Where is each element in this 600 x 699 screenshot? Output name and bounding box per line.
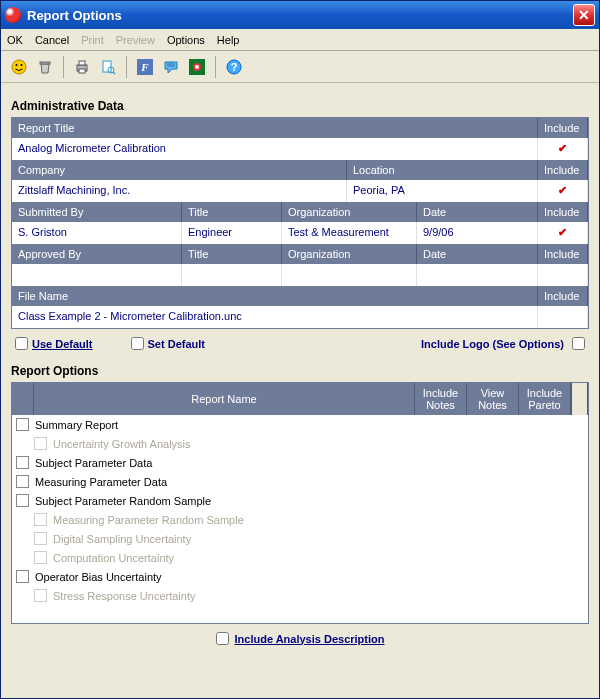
hdr-approved-by: Approved By xyxy=(12,244,182,264)
report-row-label: Uncertainty Growth Analysis xyxy=(53,438,191,450)
set-default-checkbox[interactable]: Set Default xyxy=(131,337,205,350)
hdr-title: Title xyxy=(182,244,282,264)
report-row[interactable]: Subject Parameter Data xyxy=(12,453,588,472)
smiley-icon xyxy=(11,59,27,75)
report-row[interactable]: Stress Response Uncertainty xyxy=(12,586,588,605)
trash-button[interactable] xyxy=(33,55,57,79)
val-sub-title[interactable]: Engineer xyxy=(182,222,282,244)
hdr-include: Include xyxy=(538,118,588,138)
note-icon xyxy=(163,59,179,75)
hdr-organization: Organization xyxy=(282,202,417,222)
report-row[interactable]: Computation Uncertainty xyxy=(12,548,588,567)
report-row[interactable]: Subject Parameter Random Sample xyxy=(12,491,588,510)
svg-text:?: ? xyxy=(231,61,238,73)
report-row-label: Stress Response Uncertainty xyxy=(53,590,195,602)
hdr-include: Include xyxy=(538,286,588,306)
include-logo-checkbox[interactable] xyxy=(572,337,585,350)
font-button[interactable]: F xyxy=(133,55,157,79)
chk-submitted[interactable]: ✔ xyxy=(538,222,588,244)
val-sub-org[interactable]: Test & Measurement xyxy=(282,222,417,244)
titlebar: Report Options ✕ xyxy=(1,1,599,29)
admin-section-title: Administrative Data xyxy=(11,99,589,113)
menu-print: Print xyxy=(81,34,104,46)
rt-hdr-include-pareto: Include Pareto xyxy=(519,383,571,415)
hdr-report-title: Report Title xyxy=(12,118,538,138)
chk-file-name[interactable] xyxy=(538,306,588,328)
hdr-date: Date xyxy=(417,244,538,264)
rt-hdr-name: Report Name xyxy=(34,383,415,415)
help-button[interactable]: ? xyxy=(222,55,246,79)
chk-approved[interactable] xyxy=(538,264,588,286)
note-button[interactable] xyxy=(159,55,183,79)
report-row-label: Subject Parameter Random Sample xyxy=(35,495,211,507)
report-row-checkbox[interactable] xyxy=(16,570,29,583)
preview-button[interactable] xyxy=(96,55,120,79)
report-row-checkbox xyxy=(34,532,47,545)
defaults-row: Use Default Set Default Include Logo (Se… xyxy=(11,329,589,358)
val-file-name[interactable]: Class Example 2 - Micrometer Calibration… xyxy=(12,306,538,328)
report-row-checkbox xyxy=(34,513,47,526)
val-app-org[interactable] xyxy=(282,264,417,286)
val-sub-date[interactable]: 9/9/06 xyxy=(417,222,538,244)
print-button[interactable] xyxy=(70,55,94,79)
report-row[interactable]: Uncertainty Growth Analysis xyxy=(12,434,588,453)
logo-button[interactable] xyxy=(185,55,209,79)
svg-rect-3 xyxy=(40,62,50,64)
preview-icon xyxy=(100,59,116,75)
report-row[interactable]: Measuring Parameter Data xyxy=(12,472,588,491)
menu-ok[interactable]: OK xyxy=(7,34,23,46)
menu-options[interactable]: Options xyxy=(167,34,205,46)
chk-company[interactable]: ✔ xyxy=(538,180,588,202)
chk-report-title[interactable]: ✔ xyxy=(538,138,588,160)
val-report-title[interactable]: Analog Micrometer Calibration xyxy=(12,138,538,160)
report-row-checkbox[interactable] xyxy=(16,418,29,431)
report-row[interactable]: Summary Report xyxy=(12,415,588,434)
toolbar-separator xyxy=(63,56,64,78)
report-row[interactable]: Measuring Parameter Random Sample xyxy=(12,510,588,529)
report-table-body[interactable]: Summary ReportUncertainty Growth Analysi… xyxy=(12,415,588,623)
use-default-checkbox[interactable]: Use Default xyxy=(15,337,93,350)
include-logo-label: Include Logo (See Options) xyxy=(421,338,564,350)
content-area: Administrative Data Report Title Include… xyxy=(1,83,599,698)
report-row-checkbox[interactable] xyxy=(16,494,29,507)
report-row-checkbox[interactable] xyxy=(16,475,29,488)
hdr-company: Company xyxy=(12,160,347,180)
svg-point-1 xyxy=(16,64,18,66)
svg-text:F: F xyxy=(140,61,149,73)
admin-grid: Report Title Include Analog Micrometer C… xyxy=(11,117,589,329)
hdr-title: Title xyxy=(182,202,282,222)
svg-point-16 xyxy=(195,65,199,69)
val-company[interactable]: Zittslaff Machining, Inc. xyxy=(12,180,347,202)
val-submitted-by[interactable]: S. Griston xyxy=(12,222,182,244)
bottom-bar: Include Analysis Description xyxy=(11,624,589,649)
hdr-date: Date xyxy=(417,202,538,222)
menu-preview: Preview xyxy=(116,34,155,46)
report-row[interactable]: Digital Sampling Uncertainty xyxy=(12,529,588,548)
val-approved-by[interactable] xyxy=(12,264,182,286)
val-location[interactable]: Peoria, PA xyxy=(347,180,538,202)
use-default-label: Use Default xyxy=(32,338,93,350)
set-default-label: Set Default xyxy=(148,338,205,350)
report-row-checkbox xyxy=(34,589,47,602)
rt-hdr-include-notes: Include Notes xyxy=(415,383,467,415)
menu-cancel[interactable]: Cancel xyxy=(35,34,69,46)
smiley-button[interactable] xyxy=(7,55,31,79)
report-options-table: Report Name Include Notes View Notes Inc… xyxy=(11,382,589,624)
report-row-label: Computation Uncertainty xyxy=(53,552,174,564)
include-analysis-checkbox[interactable] xyxy=(216,632,229,645)
close-button[interactable]: ✕ xyxy=(573,4,595,26)
val-app-title[interactable] xyxy=(182,264,282,286)
rt-hdr-scroll xyxy=(571,383,588,415)
val-app-date[interactable] xyxy=(417,264,538,286)
logo-icon xyxy=(189,59,205,75)
hdr-file-name: File Name xyxy=(12,286,538,306)
rt-hdr-view-notes: View Notes xyxy=(467,383,519,415)
help-icon: ? xyxy=(226,59,242,75)
svg-point-2 xyxy=(21,64,23,66)
report-options-title: Report Options xyxy=(11,364,589,378)
report-row-checkbox[interactable] xyxy=(16,456,29,469)
report-row[interactable]: Operator Bias Uncertainty xyxy=(12,567,588,586)
toolbar-separator xyxy=(215,56,216,78)
hdr-include: Include xyxy=(538,160,588,180)
menu-help[interactable]: Help xyxy=(217,34,240,46)
